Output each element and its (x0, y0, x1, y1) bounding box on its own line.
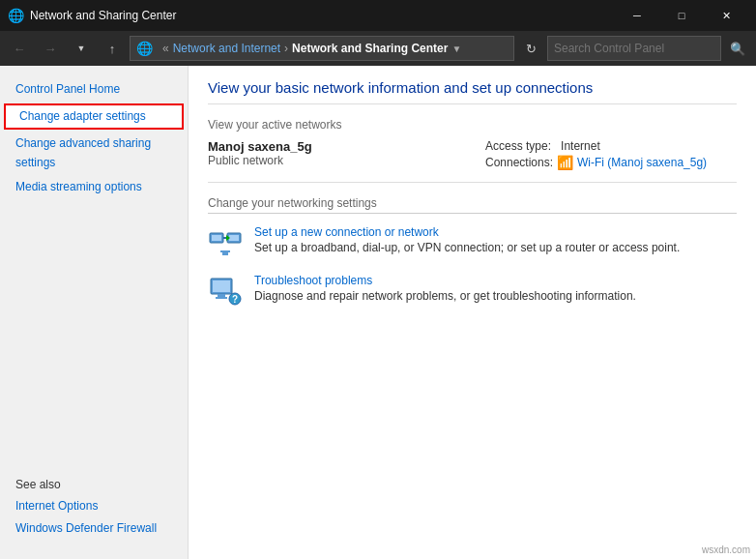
maximize-button[interactable]: □ (659, 0, 704, 31)
sidebar-link-internet-options[interactable]: Internet Options (15, 495, 172, 517)
sidebar: Control Panel Home Change adapter settin… (0, 66, 189, 559)
address-box[interactable]: 🌐 « Network and Internet › Network and S… (130, 36, 514, 61)
breadcrumb-network-internet[interactable]: Network and Internet (173, 42, 280, 55)
address-icon: 🌐 (136, 41, 153, 56)
content-area: View your basic network information and … (189, 66, 756, 559)
network-details-right: Access type: Internet Connections: 📶 Wi-… (485, 139, 737, 170)
search-input[interactable] (554, 42, 714, 55)
sidebar-link-media-streaming[interactable]: Media streaming options (0, 175, 188, 199)
access-type-label: Access type: (485, 139, 551, 153)
connections-label: Connections: (485, 156, 553, 169)
troubleshoot-desc: Diagnose and repair network problems, or… (254, 289, 636, 303)
svg-rect-3 (229, 235, 239, 241)
breadcrumb-current: Network and Sharing Center (292, 42, 448, 55)
up-button[interactable]: ↑ (99, 35, 126, 62)
svg-text:?: ? (232, 294, 238, 305)
network-left: Manoj saxena_5g Public network (208, 139, 312, 167)
troubleshoot-link[interactable]: Troubleshoot problems (254, 274, 372, 287)
new-connection-desc: Set up a broadband, dial-up, or VPN conn… (254, 241, 680, 254)
sidebar-link-windows-defender-firewall[interactable]: Windows Defender Firewall (15, 517, 172, 540)
new-connection-icon (208, 225, 243, 260)
access-type-row: Access type: Internet (485, 139, 737, 153)
refresh-button[interactable]: ↻ (518, 36, 543, 61)
search-box[interactable] (547, 36, 721, 61)
sidebar-link-change-adapter-settings[interactable]: Change adapter settings (4, 103, 184, 130)
titlebar: 🌐 Network and Sharing Center ─ □ ✕ (0, 0, 756, 31)
network-info: Manoj saxena_5g Public network Access ty… (208, 139, 737, 183)
see-also-label: See also (15, 478, 172, 491)
svg-rect-1 (212, 235, 221, 241)
search-button[interactable]: 🔍 (725, 36, 750, 61)
troubleshoot-text: Troubleshoot problems Diagnose and repai… (254, 274, 636, 303)
recent-button[interactable]: ▼ (68, 35, 95, 62)
titlebar-icon: 🌐 (8, 8, 24, 23)
new-connection-link[interactable]: Set up a new connection or network (254, 225, 439, 239)
titlebar-title: Network and Sharing Center (30, 9, 615, 22)
networking-settings-label: Change your networking settings (208, 196, 737, 214)
close-button[interactable]: ✕ (704, 0, 748, 31)
sidebar-link-control-panel-home[interactable]: Control Panel Home (0, 77, 188, 102)
network-type: Public network (208, 154, 312, 167)
new-connection-text: Set up a new connection or network Set u… (254, 225, 680, 254)
see-also-section: See also Internet Options Windows Defend… (0, 470, 188, 547)
connections-row: Connections: 📶 Wi-Fi (Manoj saxena_5g) (485, 155, 737, 170)
network-name: Manoj saxena_5g (208, 139, 312, 154)
wifi-bars-icon: 📶 (557, 155, 573, 170)
setting-item-troubleshoot: ? Troubleshoot problems Diagnose and rep… (208, 274, 737, 309)
watermark: wsxdn.com (702, 544, 750, 555)
breadcrumb-separator: › (284, 42, 288, 55)
svg-rect-9 (213, 280, 230, 292)
access-type-value: Internet (561, 139, 600, 153)
setting-item-new-connection: Set up a new connection or network Set u… (208, 225, 737, 260)
content-title: View your basic network information and … (208, 79, 737, 104)
main-container: Control Panel Home Change adapter settin… (0, 66, 756, 559)
addressbar: ← → ▼ ↑ 🌐 « Network and Internet › Netwo… (0, 31, 756, 66)
active-networks-label: View your active networks (208, 118, 737, 132)
troubleshoot-icon: ? (208, 274, 243, 309)
sidebar-link-change-advanced-sharing[interactable]: Change advanced sharing settings (0, 132, 188, 174)
titlebar-controls: ─ □ ✕ (615, 0, 748, 31)
back-button[interactable]: ← (6, 35, 33, 62)
address-dropdown-button[interactable]: ▼ (451, 44, 461, 54)
minimize-button[interactable]: ─ (615, 0, 659, 31)
wifi-connection-link[interactable]: Wi-Fi (Manoj saxena_5g) (577, 156, 707, 169)
forward-button[interactable]: → (37, 35, 64, 62)
